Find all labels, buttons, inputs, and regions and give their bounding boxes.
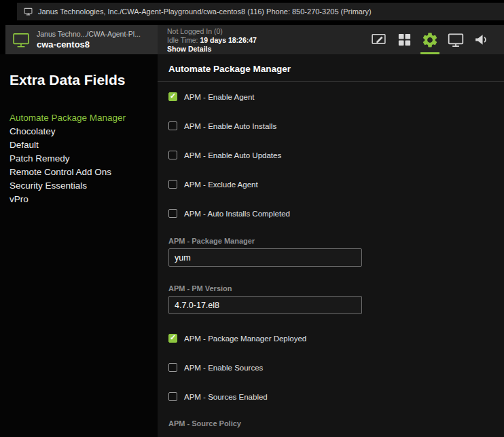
main-panel: Automate Package Manager APM - Enable Ag… (158, 54, 504, 437)
apm-sources-enabled-label: APM - Sources Enabled (184, 393, 268, 401)
window-title: Janus Technologies, Inc./CWA-Agent-Playg… (38, 7, 372, 16)
apm-enable-auto-installs-checkbox[interactable] (168, 121, 177, 130)
apm-enable-auto-updates-checkbox[interactable] (168, 151, 177, 159)
field-row: APM - Enable Sources (168, 363, 504, 372)
apm-enable-sources-label: APM - Enable Sources (184, 364, 263, 372)
section-title: Automate Package Manager (168, 64, 504, 74)
app-header: Janus Techno.../CWA-Agent-Pl... cwa-cent… (5, 25, 504, 54)
idle-time: Idle Time: 19 days 18:26:47 (167, 36, 257, 45)
sidebar: Extra Data Fields Automate Package Manag… (0, 54, 158, 437)
apm-exclude-agent-label: APM - Exclude Agent (184, 180, 258, 189)
sidebar-item-security-essentials[interactable]: Security Essentials (10, 179, 158, 193)
app-window-icon (24, 7, 33, 16)
sidebar-item-chocolatey[interactable]: Chocolatey (10, 125, 158, 138)
sidebar-item-automate-package-manager[interactable]: Automate Package Manager (10, 111, 158, 125)
show-details-link[interactable]: Show Details (167, 45, 257, 54)
apm-package-manager-deployed-label: APM - Package Manager Deployed (184, 335, 306, 343)
sidebar-item-vpro[interactable]: vPro (10, 193, 158, 206)
idle-time-label: Idle Time: (167, 36, 198, 44)
field-row: APM - Sources Enabled (168, 392, 504, 401)
login-status: Not Logged In (0) (167, 27, 257, 36)
sidebar-item-default[interactable]: Default (10, 138, 158, 152)
apm-package-manager-label: APM - Package Manager (168, 237, 504, 245)
field-row: APM - Exclude Agent (168, 180, 504, 189)
apm-exclude-agent-checkbox[interactable] (168, 180, 177, 189)
field-row: APM - Enable Agent (168, 92, 504, 101)
section-divider (158, 81, 504, 82)
apm-enable-sources-checkbox[interactable] (168, 363, 177, 372)
agent-monitor-icon (12, 32, 30, 48)
sidebar-item-remote-control-add-ons[interactable]: Remote Control Add Ons (10, 166, 158, 179)
field-row: APM - Package Manager Deployed (168, 334, 504, 343)
alerts-horn-icon[interactable] (469, 25, 494, 54)
sidebar-item-patch-remedy[interactable]: Patch Remedy (10, 152, 158, 166)
apm-pm-version-label: APM - PM Version (168, 284, 504, 292)
commands-icon[interactable] (365, 25, 391, 54)
apm-enable-agent-checkbox[interactable] (168, 92, 177, 101)
plugins-grid-icon[interactable] (391, 25, 417, 54)
agent-name: cwa-centos8 (37, 39, 141, 50)
apm-package-manager-input[interactable] (168, 248, 362, 267)
apm-pm-version-input[interactable] (168, 296, 362, 314)
apm-auto-installs-completed-label: APM - Auto Installs Completed (184, 210, 290, 218)
extra-data-category-list: Automate Package Manager Chocolatey Defa… (10, 111, 158, 206)
field-row: APM - Enable Auto Updates (168, 151, 504, 159)
apm-source-policy-label: APM - Source Policy (168, 419, 504, 428)
apm-enable-auto-updates-label: APM - Enable Auto Updates (184, 151, 281, 159)
breadcrumb[interactable]: Janus Techno.../CWA-Agent-Pl... (37, 30, 141, 38)
page-title: Extra Data Fields (10, 72, 158, 88)
field-row: APM - Enable Auto Installs (168, 121, 504, 130)
field-row: APM - Auto Installs Completed (168, 209, 504, 218)
agent-summary: Janus Techno.../CWA-Agent-Pl... cwa-cent… (5, 25, 158, 54)
apm-enable-agent-label: APM - Enable Agent (184, 93, 255, 101)
apm-enable-auto-installs-label: APM - Enable Auto Installs (184, 122, 276, 130)
apm-package-manager-deployed-checkbox[interactable] (168, 334, 177, 343)
window-title-bar: Janus Technologies, Inc./CWA-Agent-Playg… (17, 3, 504, 20)
session-info: Not Logged In (0) Idle Time: 19 days 18:… (167, 27, 257, 54)
settings-gear-icon[interactable] (417, 25, 443, 54)
remote-control-icon[interactable] (443, 25, 469, 54)
idle-time-value: 19 days 18:26:47 (200, 36, 256, 44)
apm-sources-enabled-checkbox[interactable] (168, 392, 177, 401)
header-toolbar (365, 25, 494, 54)
apm-auto-installs-completed-checkbox[interactable] (168, 209, 177, 218)
